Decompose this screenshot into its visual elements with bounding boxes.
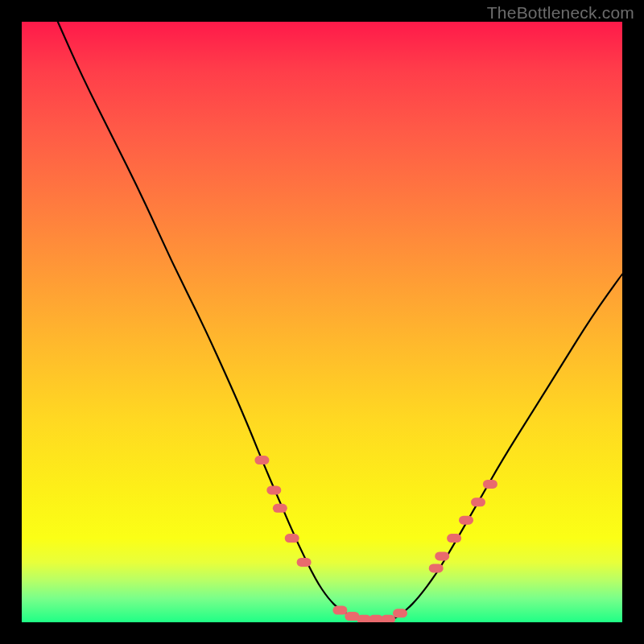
bottleneck-curve [58, 22, 622, 622]
curve-marker [332, 606, 347, 615]
curve-marker [297, 558, 312, 567]
curve-marker [435, 551, 449, 560]
curve-marker [273, 504, 287, 513]
watermark-text: TheBottleneck.com [487, 3, 634, 23]
curve-marker [429, 564, 444, 572]
curve-markers [254, 456, 497, 622]
curve-marker [254, 456, 269, 464]
chart-plot-area [22, 22, 622, 622]
curve-marker [471, 497, 485, 506]
curve-marker [381, 615, 395, 622]
curve-marker [393, 609, 407, 617]
curve-marker [483, 480, 497, 489]
curve-marker [266, 485, 281, 494]
curve-marker [459, 516, 473, 525]
chart-frame: TheBottleneck.com [0, 0, 644, 644]
curve-marker [285, 534, 299, 543]
chart-svg [22, 22, 622, 622]
curve-marker [447, 534, 461, 543]
